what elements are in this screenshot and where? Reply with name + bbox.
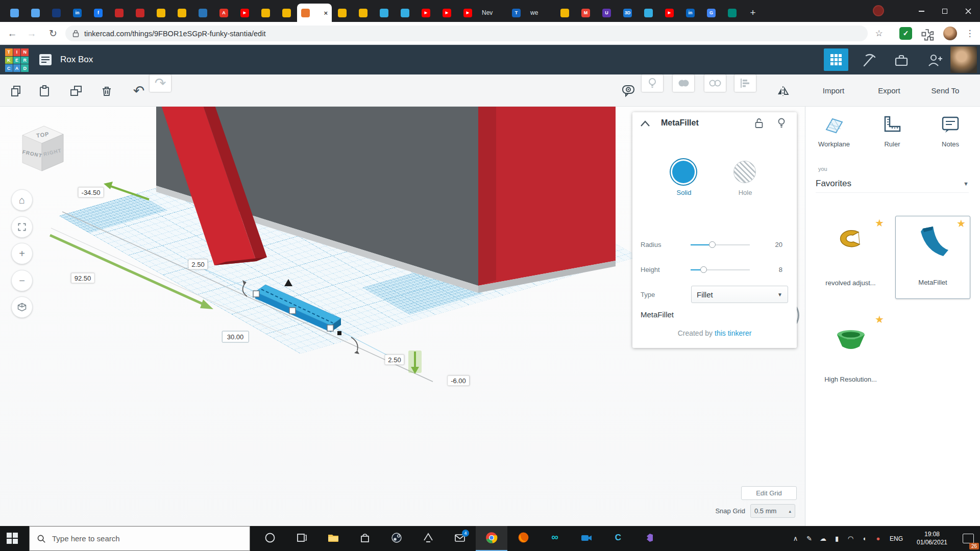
dimension-label[interactable]: 2.50 bbox=[188, 260, 207, 269]
dimension-label[interactable]: -34.50 bbox=[79, 188, 104, 197]
duplicate-button[interactable] bbox=[68, 83, 84, 98]
taskbar-app-dragon[interactable] bbox=[412, 526, 444, 551]
browser-tab[interactable]: ▶ bbox=[457, 4, 478, 22]
tinkercad-logo[interactable]: TINKERCAD bbox=[5, 48, 29, 72]
taskbar-app-camera[interactable] bbox=[571, 526, 602, 551]
browser-tab[interactable] bbox=[25, 4, 46, 22]
home-view-button[interactable]: ⌂ bbox=[11, 189, 33, 211]
browser-tab[interactable] bbox=[4, 4, 25, 22]
height-slider-knob[interactable] bbox=[700, 266, 707, 273]
extensions-puzzle-icon[interactable] bbox=[919, 28, 935, 43]
dimension-label[interactable]: -6.00 bbox=[448, 376, 469, 386]
shape-tile[interactable]: ★High Resolution... bbox=[813, 312, 888, 395]
tray-icon[interactable]: ☁ bbox=[816, 535, 830, 542]
ruler-tool-button[interactable]: Ruler bbox=[869, 114, 916, 148]
taskbar-app-store[interactable] bbox=[349, 526, 381, 551]
taskbar-app-infinity[interactable]: ∞ bbox=[539, 526, 571, 551]
send-to-button[interactable]: Send To bbox=[920, 74, 971, 107]
browser-tab[interactable] bbox=[638, 4, 659, 22]
browser-tab[interactable] bbox=[353, 4, 374, 22]
tray-icon[interactable]: ◖ bbox=[857, 535, 871, 542]
radius-value[interactable]: 20 bbox=[760, 241, 782, 248]
tray-icon[interactable]: ▮ bbox=[830, 535, 844, 542]
browser-tab[interactable]: G bbox=[701, 4, 722, 22]
creator-link[interactable]: this tinkerer bbox=[715, 329, 751, 337]
favorite-star-icon[interactable]: ★ bbox=[957, 217, 966, 230]
browser-tab[interactable]: U bbox=[596, 4, 617, 22]
light-mode-button[interactable] bbox=[642, 74, 663, 92]
browser-tab[interactable]: f bbox=[88, 4, 109, 22]
taskbar-app-steam[interactable] bbox=[381, 526, 412, 551]
start-button[interactable] bbox=[7, 533, 18, 544]
hole-option-button[interactable] bbox=[733, 161, 756, 183]
tray-icon[interactable]: ∧ bbox=[789, 535, 802, 542]
browser-tab[interactable] bbox=[722, 4, 743, 22]
zoom-in-button[interactable]: + bbox=[11, 243, 33, 264]
browser-tab[interactable] bbox=[46, 4, 67, 22]
browser-menu-kebab-icon[interactable]: ⋮ bbox=[962, 26, 978, 41]
snap-grid-select[interactable]: 0.5 mm ▴ bbox=[750, 504, 795, 518]
taskbar-app-cortana[interactable] bbox=[254, 526, 286, 551]
extension-check-icon[interactable]: ✓ bbox=[899, 27, 912, 40]
browser-update-badge[interactable] bbox=[873, 5, 884, 16]
forward-button[interactable]: → bbox=[23, 26, 40, 41]
design-title[interactable]: Rox Box bbox=[60, 45, 93, 74]
collapse-panel-button[interactable] bbox=[640, 119, 651, 129]
fit-view-button[interactable] bbox=[11, 216, 33, 238]
dimension-label[interactable]: 2.50 bbox=[385, 355, 404, 365]
bricks-mode-button[interactable] bbox=[892, 52, 911, 69]
align-button[interactable] bbox=[734, 74, 756, 92]
browser-tab[interactable]: in bbox=[67, 4, 88, 22]
browser-tab[interactable]: Nev bbox=[478, 4, 506, 22]
lock-toggle-button[interactable] bbox=[754, 117, 764, 130]
taskbar-app-vstudio[interactable] bbox=[634, 526, 666, 551]
ungroup-button[interactable] bbox=[704, 74, 726, 92]
perspective-toggle-button[interactable] bbox=[11, 296, 33, 318]
favorite-star-icon[interactable]: ★ bbox=[875, 217, 884, 229]
tab-close-icon[interactable]: × bbox=[324, 9, 328, 17]
window-maximize-button[interactable] bbox=[933, 0, 957, 22]
browser-tab[interactable] bbox=[172, 4, 192, 22]
workplane-tool-button[interactable]: Workplane bbox=[811, 114, 857, 148]
taskbar-app-clipchamp[interactable]: C bbox=[602, 526, 634, 551]
show-all-button[interactable] bbox=[621, 83, 636, 98]
dimension-label[interactable]: 92.50 bbox=[71, 273, 94, 283]
browser-tab[interactable]: ▶ bbox=[234, 4, 255, 22]
bookmark-star-icon[interactable]: ☆ bbox=[871, 26, 887, 41]
taskbar-app-mail[interactable]: 4 bbox=[444, 526, 476, 551]
tray-icon[interactable]: ✎ bbox=[802, 535, 816, 542]
browser-tab-active[interactable]: × bbox=[297, 4, 332, 22]
hide-toggle-bulb-button[interactable] bbox=[776, 117, 787, 130]
shape-tile[interactable]: ★MetaFillet bbox=[895, 216, 970, 299]
height-slider[interactable] bbox=[691, 269, 750, 270]
browser-tab[interactable] bbox=[255, 4, 276, 22]
zoom-out-button[interactable]: − bbox=[11, 270, 33, 291]
taskbar-clock[interactable]: 19:08 01/06/2021 bbox=[908, 531, 957, 546]
collection-dropdown[interactable]: Favorites ▼ bbox=[816, 175, 969, 193]
blocks-mode-button[interactable] bbox=[860, 52, 878, 69]
group-button[interactable] bbox=[673, 74, 694, 92]
shape-tile[interactable]: ★revolved adjust... bbox=[813, 216, 888, 299]
browser-tab[interactable]: ▶ bbox=[436, 4, 457, 22]
new-tab-button[interactable]: + bbox=[746, 6, 760, 20]
shapes-panel-button[interactable] bbox=[824, 48, 848, 71]
copy-button[interactable] bbox=[8, 83, 23, 98]
browser-tab[interactable] bbox=[554, 4, 575, 22]
browser-tab[interactable] bbox=[109, 4, 130, 22]
browser-tab[interactable]: 3D bbox=[617, 4, 638, 22]
radius-slider-knob[interactable] bbox=[709, 241, 716, 248]
taskbar-app-explorer[interactable] bbox=[317, 526, 349, 551]
taskbar-search[interactable]: Type here to search bbox=[29, 526, 250, 551]
browser-tab[interactable] bbox=[276, 4, 297, 22]
export-button[interactable]: Export bbox=[864, 74, 915, 107]
delete-button[interactable] bbox=[99, 83, 114, 98]
browser-profile-avatar[interactable] bbox=[943, 27, 957, 40]
reload-button[interactable]: ↻ bbox=[45, 26, 61, 41]
browser-tab[interactable] bbox=[395, 4, 415, 22]
browser-tab[interactable] bbox=[374, 4, 395, 22]
window-close-button[interactable] bbox=[957, 0, 980, 22]
browser-tab[interactable] bbox=[332, 4, 353, 22]
browser-tab[interactable]: A bbox=[213, 4, 234, 22]
mirror-button[interactable] bbox=[775, 83, 791, 98]
redo-button[interactable]: ↷ bbox=[150, 74, 171, 92]
